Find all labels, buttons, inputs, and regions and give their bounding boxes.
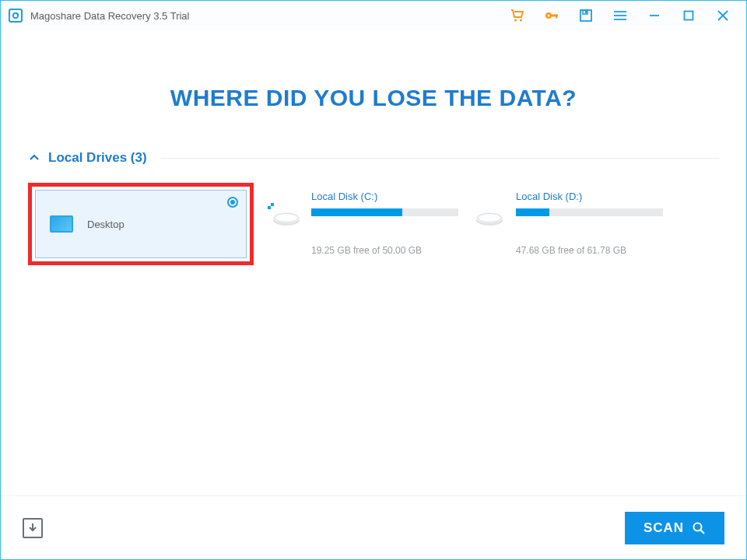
svg-rect-18: [268, 203, 271, 206]
key-button[interactable]: [535, 1, 569, 30]
svg-rect-19: [271, 206, 274, 209]
drive-d-free-text: 47.68 GB free of 61.78 GB: [516, 245, 663, 256]
scan-button-label: SCAN: [644, 520, 684, 536]
drive-desktop[interactable]: Desktop: [35, 190, 247, 258]
hdd-icon: [268, 201, 300, 229]
scan-button[interactable]: SCAN: [625, 512, 724, 544]
svg-rect-9: [585, 11, 587, 13]
app-window: Magoshare Data Recovery 3.5 Trial: [0, 0, 747, 560]
svg-point-2: [520, 19, 522, 21]
save-button[interactable]: [569, 1, 603, 30]
cart-button[interactable]: [500, 1, 535, 30]
bottom-bar: SCAN: [1, 495, 746, 559]
drive-desktop-highlight: Desktop: [28, 183, 254, 265]
section-label: Local Drives (3): [48, 150, 147, 166]
drive-d-usage-bar: [516, 208, 663, 216]
import-button[interactable]: [23, 518, 43, 538]
desktop-icon: [50, 215, 73, 233]
search-icon: [692, 521, 706, 535]
svg-point-27: [694, 523, 702, 530]
svg-point-4: [548, 15, 550, 17]
maximize-button[interactable]: [672, 1, 706, 30]
section-header[interactable]: Local Drives (3): [28, 150, 719, 166]
drive-d-label: Local Disk (D:): [516, 191, 663, 202]
minimize-button[interactable]: [637, 1, 672, 30]
drive-c-usage-bar: [311, 208, 458, 216]
app-logo-icon: [9, 9, 23, 23]
svg-rect-14: [685, 12, 693, 20]
drive-c-label: Local Disk (C:): [311, 191, 458, 202]
chevron-up-icon: [28, 152, 40, 164]
menu-button[interactable]: [603, 1, 637, 30]
drives-row: Desktop: [28, 183, 719, 265]
svg-rect-6: [556, 15, 557, 19]
svg-point-22: [275, 214, 298, 222]
app-title: Magoshare Data Recovery 3.5 Trial: [30, 10, 189, 22]
svg-point-1: [514, 19, 517, 21]
drive-c[interactable]: Local Disk (C:) 19.25 GB free of 50.00 G…: [268, 183, 458, 256]
page-headline: WHERE DID YOU LOSE THE DATA?: [28, 85, 719, 111]
drive-desktop-label: Desktop: [87, 219, 124, 230]
drive-d[interactable]: Local Disk (D:) 47.68 GB free of 61.78 G…: [472, 183, 663, 256]
section-divider: [161, 158, 719, 159]
close-button[interactable]: [706, 1, 740, 30]
hdd-icon: [472, 201, 505, 229]
main-area: WHERE DID YOU LOSE THE DATA? Local Drive…: [1, 30, 746, 495]
svg-point-25: [478, 214, 501, 222]
titlebar: Magoshare Data Recovery 3.5 Trial: [1, 1, 746, 30]
radio-selected-icon: [227, 197, 238, 208]
drive-c-free-text: 19.25 GB free of 50.00 GB: [311, 245, 458, 256]
svg-line-28: [701, 530, 705, 534]
